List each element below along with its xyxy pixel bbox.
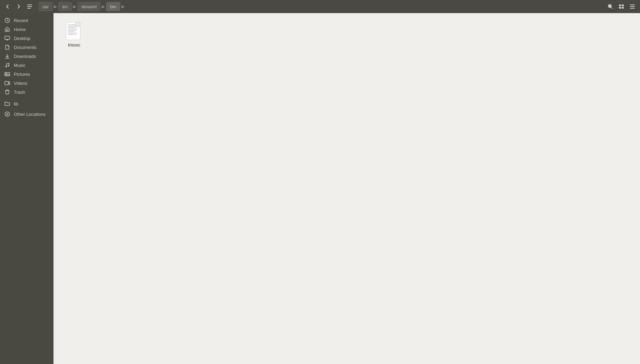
sidebar-item-trash[interactable]: Trash <box>0 88 53 97</box>
sidebar-label-downloads: Downloads <box>14 54 36 59</box>
svg-rect-0 <box>27 4 32 5</box>
sidebar-label-recent: Recent <box>14 18 28 23</box>
search-button[interactable] <box>605 2 615 11</box>
breadcrumb-src[interactable]: src <box>58 2 72 11</box>
breadcrumb-bin[interactable]: bin <box>106 2 120 11</box>
sidebar-item-videos[interactable]: Videos <box>0 79 53 88</box>
breadcrumb-sep-4: ▶ <box>121 4 125 9</box>
back-button[interactable] <box>3 2 12 11</box>
svg-rect-2 <box>27 8 31 9</box>
sidebar-label-pictures: Pictures <box>14 72 30 77</box>
file-area: trtexec <box>53 13 640 364</box>
sidebar-item-other-locations[interactable]: Other Locations <box>0 110 53 119</box>
sidebar-label-documents: Documents <box>14 45 37 50</box>
breadcrumb-sep-3: ▶ <box>101 4 106 9</box>
sidebar-item-downloads[interactable]: Downloads <box>0 52 53 61</box>
file-trtexec[interactable]: trtexec <box>60 20 88 50</box>
sidebar-divider <box>0 97 53 99</box>
clock-icon <box>4 18 10 23</box>
home-icon <box>4 27 10 32</box>
svg-point-3 <box>608 4 611 8</box>
svg-rect-9 <box>630 4 635 5</box>
trash-icon <box>4 89 10 95</box>
svg-point-19 <box>8 65 9 67</box>
breadcrumb-sep-1: ▶ <box>53 4 58 9</box>
svg-rect-11 <box>630 8 635 9</box>
toolbar-right <box>605 2 637 11</box>
sidebar-item-music[interactable]: Music <box>0 61 53 70</box>
breadcrumb: usr ▶ src ▶ tensorrt ▶ bin ▶ <box>39 2 601 11</box>
breadcrumb-sep-2: ▶ <box>72 4 77 9</box>
documents-icon <box>4 44 10 50</box>
sidebar-item-desktop[interactable]: Desktop <box>0 34 53 43</box>
folder-icon <box>4 101 10 107</box>
location-history-button[interactable] <box>25 2 35 11</box>
sidebar-label-trash: Trash <box>14 90 25 95</box>
svg-rect-1 <box>27 6 32 7</box>
svg-rect-22 <box>5 81 8 85</box>
hamburger-menu-button[interactable] <box>628 2 637 11</box>
breadcrumb-tensorrt[interactable]: tensorrt <box>78 2 100 11</box>
svg-rect-13 <box>5 36 10 39</box>
sidebar-label-lib: lib <box>14 101 18 107</box>
view-options-button[interactable] <box>617 2 626 11</box>
sidebar-item-recent[interactable]: Recent <box>0 16 53 25</box>
sidebar-label-videos: Videos <box>14 81 28 86</box>
sidebar-item-documents[interactable]: Documents <box>0 43 53 52</box>
sidebar-item-pictures[interactable]: Pictures <box>0 70 53 79</box>
svg-point-18 <box>6 66 7 67</box>
videos-icon <box>4 80 10 86</box>
add-icon <box>4 111 10 117</box>
desktop-icon <box>4 36 10 41</box>
main-container: Recent Home Desktop <box>0 13 640 364</box>
download-icon <box>4 53 10 59</box>
music-icon <box>4 62 10 68</box>
file-icon-trtexec <box>66 22 82 41</box>
toolbar: usr ▶ src ▶ tensorrt ▶ bin ▶ <box>0 0 640 13</box>
svg-rect-6 <box>622 4 624 6</box>
sidebar-label-music: Music <box>14 63 26 68</box>
svg-rect-8 <box>622 7 624 9</box>
file-name-trtexec: trtexec <box>68 43 80 48</box>
sidebar: Recent Home Desktop <box>0 13 53 364</box>
breadcrumb-usr[interactable]: usr <box>39 2 52 11</box>
sidebar-label-desktop: Desktop <box>14 36 30 41</box>
sidebar-item-home[interactable]: Home <box>0 25 53 34</box>
svg-rect-5 <box>619 4 621 6</box>
sidebar-item-lib[interactable]: lib <box>0 99 53 108</box>
forward-button[interactable] <box>14 2 23 11</box>
svg-line-4 <box>611 7 612 9</box>
sidebar-label-home: Home <box>14 27 26 32</box>
pictures-icon <box>4 71 10 77</box>
svg-rect-7 <box>619 7 621 9</box>
svg-rect-10 <box>630 6 635 7</box>
sidebar-label-other-locations: Other Locations <box>14 112 46 117</box>
